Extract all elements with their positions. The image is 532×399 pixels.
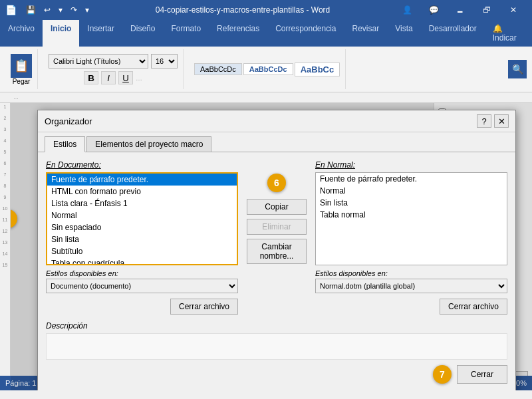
paste-icon: 📋 bbox=[11, 54, 32, 78]
right-dropdown-label: Estilos disponibles en: bbox=[315, 269, 507, 277]
tab-indicar[interactable]: 🔔 Indicar bbox=[485, 20, 532, 47]
close-file-right-button[interactable]: Cerrar archivo bbox=[440, 299, 507, 315]
organizador-dialog: Organizador ? ✕ Estilos Elementos del pr… bbox=[37, 110, 516, 390]
delete-button[interactable]: Eliminar bbox=[247, 219, 307, 235]
modal-overlay: 5 Organizador ? ✕ Estilos Elementos bbox=[11, 103, 532, 390]
quick-customize-button[interactable]: ▾ bbox=[82, 4, 92, 16]
list-item[interactable]: Normal bbox=[316, 185, 507, 197]
minimize-button[interactable]: 🗕 bbox=[447, 0, 473, 20]
description-label: Descripción bbox=[46, 321, 507, 331]
close-button[interactable]: ✕ bbox=[500, 0, 527, 20]
rename-button[interactable]: Cambiar nombre... bbox=[247, 239, 307, 264]
maximize-button[interactable]: 🗗 bbox=[473, 0, 500, 20]
close-dialog-button[interactable]: Cerrar bbox=[457, 365, 507, 384]
italic-button[interactable]: I bbox=[101, 71, 116, 84]
style-heading2[interactable]: AaBbCc bbox=[295, 63, 340, 76]
ruler-num-9: 9 bbox=[4, 195, 7, 200]
bold-button[interactable]: B bbox=[84, 71, 98, 84]
description-area bbox=[46, 333, 507, 360]
list-item[interactable]: HTML con formato previo bbox=[47, 186, 237, 198]
ribbon-tab-bar: Archivo Inicio Insertar Diseño Formato R… bbox=[0, 20, 532, 47]
left-styles-listbox[interactable]: Fuente de párrafo predeter. HTML con for… bbox=[46, 172, 238, 265]
list-item[interactable]: Sin lista bbox=[47, 233, 237, 245]
tab-insertar[interactable]: Insertar bbox=[79, 20, 122, 47]
quick-undo-arrow[interactable]: ▾ bbox=[56, 4, 65, 16]
left-bottom: Estilos disponibles en: Documento (docum… bbox=[46, 269, 238, 315]
tab-vista[interactable]: Vista bbox=[387, 20, 420, 47]
dialog-center-buttons: 6 Copiar Eliminar Cambiar nombre... bbox=[243, 160, 310, 265]
right-styles-dropdown[interactable]: Normal.dotm (plantilla global) bbox=[315, 279, 507, 293]
list-item[interactable]: Tabla normal bbox=[316, 209, 507, 221]
ruler-num-12: 12 bbox=[3, 229, 8, 233]
window-title: 04-copiar-estilos-y-macros-entre-plantil… bbox=[92, 5, 394, 15]
font-name-select[interactable]: Calibri Light (Títulos) bbox=[49, 54, 148, 68]
paste-button[interactable]: 📋 Pegar bbox=[11, 54, 32, 85]
ruler-num-4: 4 bbox=[4, 138, 7, 143]
list-item[interactable]: Fuente de párrafo predeter. bbox=[316, 173, 507, 185]
right-col-label: En Normal: bbox=[315, 160, 507, 170]
ribbon-group-portapapeles: 📋 Pegar bbox=[5, 49, 38, 89]
ribbon: Archivo Inicio Insertar Diseño Formato R… bbox=[0, 20, 532, 92]
list-item[interactable]: Subtítulo bbox=[47, 245, 237, 257]
list-item[interactable]: Tabla con cuadrícula bbox=[47, 257, 237, 265]
tab-macro[interactable]: Elementos del proyecto macro bbox=[86, 136, 211, 152]
tab-estilos[interactable]: Estilos bbox=[45, 136, 85, 152]
list-item[interactable]: Normal bbox=[47, 209, 237, 221]
ruler-text: … bbox=[13, 94, 19, 100]
quick-redo-button[interactable]: ↷ bbox=[68, 4, 80, 16]
dialog-title: Organizador bbox=[45, 116, 92, 126]
horizontal-ruler: … bbox=[0, 92, 532, 103]
callout-7: 7 bbox=[433, 365, 452, 384]
search-group: 🔍 bbox=[508, 60, 527, 78]
right-column: En Normal: Fuente de párrafo predeter. N… bbox=[315, 160, 507, 265]
ruler-num-7: 7 bbox=[4, 172, 7, 177]
ruler-num-13: 13 bbox=[3, 240, 8, 245]
style-heading1[interactable]: AaBbCcDc bbox=[243, 63, 293, 75]
center-spacer bbox=[243, 269, 310, 315]
callout-6: 6 bbox=[267, 174, 286, 192]
ruler-num-5: 5 bbox=[4, 150, 7, 154]
ruler-num-14: 14 bbox=[3, 251, 8, 256]
quick-undo-button[interactable]: ↩ bbox=[41, 4, 53, 16]
list-item[interactable]: Sin espaciado bbox=[47, 221, 237, 233]
dialog-footer: 7 Cerrar bbox=[46, 360, 507, 386]
tab-referencias[interactable]: Referencias bbox=[209, 20, 267, 47]
tab-archivo[interactable]: Archivo bbox=[0, 20, 43, 47]
quick-save-button[interactable]: 💾 bbox=[23, 4, 39, 16]
underline-button[interactable]: U bbox=[118, 71, 133, 84]
style-normal[interactable]: AaBbCcDc bbox=[194, 63, 242, 75]
tab-diseno[interactable]: Diseño bbox=[122, 20, 163, 47]
list-item[interactable]: Sin lista bbox=[316, 197, 507, 209]
ribbon-group-font: Calibri Light (Títulos) 16 B I U … bbox=[43, 49, 184, 89]
dialog-body: En Documento: Fuente de párrafo predeter… bbox=[38, 152, 515, 390]
user-icon[interactable]: 👤 bbox=[394, 0, 420, 20]
font-selector: Calibri Light (Títulos) 16 bbox=[49, 54, 178, 68]
left-styles-dropdown[interactable]: Documento (documento) bbox=[46, 279, 238, 293]
document-area: Gastos Cantidad Fecha bbox=[11, 103, 532, 390]
ruler-num-15: 15 bbox=[3, 263, 8, 267]
tab-revisar[interactable]: Revisar bbox=[344, 20, 388, 47]
ruler-num-2: 2 bbox=[4, 116, 7, 120]
list-item[interactable]: Lista clara - Énfasis 1 bbox=[47, 198, 237, 209]
tab-inicio[interactable]: Inicio bbox=[43, 20, 79, 47]
close-file-left-button[interactable]: Cerrar archivo bbox=[170, 299, 238, 315]
ruler-num-3: 3 bbox=[4, 127, 7, 132]
ruler-num-6: 6 bbox=[4, 161, 7, 166]
ruler-num-1: 1 bbox=[4, 104, 7, 109]
ribbon-group-styles: AaBbCcDc AaBbCcDc AaBbCc bbox=[189, 49, 346, 89]
callout-5: 5 bbox=[11, 209, 17, 228]
tab-desarrollador[interactable]: Desarrollador bbox=[421, 20, 485, 47]
font-size-select[interactable]: 16 bbox=[151, 54, 178, 68]
message-icon[interactable]: 💬 bbox=[420, 0, 447, 20]
ruler-num-10: 10 bbox=[3, 206, 8, 211]
title-bar: 📄 💾 ↩ ▾ ↷ ▾ 04-copiar-estilos-y-macros-e… bbox=[0, 0, 532, 20]
tab-correspondencia[interactable]: Correspondencia bbox=[267, 20, 344, 47]
list-item[interactable]: Fuente de párrafo predeter. bbox=[47, 174, 237, 186]
copy-button[interactable]: Copiar bbox=[247, 199, 307, 215]
dialog-close-button[interactable]: ✕ bbox=[494, 114, 509, 128]
search-button[interactable]: 🔍 bbox=[508, 60, 527, 78]
right-styles-listbox[interactable]: Fuente de párrafo predeter. Normal Sin l… bbox=[315, 172, 507, 265]
dialog-columns: En Documento: Fuente de párrafo predeter… bbox=[46, 160, 507, 265]
tab-formato[interactable]: Formato bbox=[163, 20, 209, 47]
dialog-help-button[interactable]: ? bbox=[477, 114, 491, 128]
